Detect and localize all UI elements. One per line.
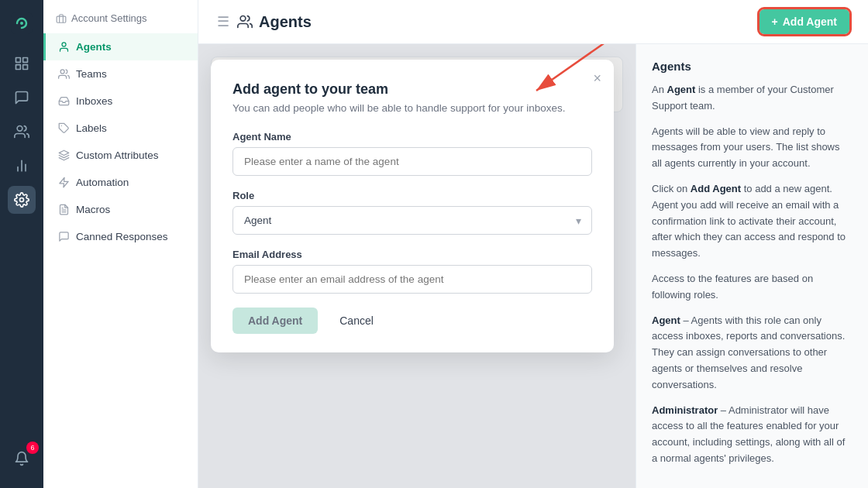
role-label: Role [232,190,592,201]
reports-nav-icon[interactable] [8,152,36,180]
svg-rect-2 [16,58,21,63]
sidebar-item-canned-responses[interactable]: Canned Responses [43,223,198,250]
sidebar-item-label: Macros [76,204,110,215]
agents-page-icon [237,14,253,29]
notification-badge: 6 [26,442,39,454]
role-select[interactable]: Agent Administrator [232,206,592,235]
role-field-group: Role Agent Administrator ▾ [232,190,592,235]
sidebar-header-label: Account Settings [71,12,147,24]
svg-point-1 [20,22,23,25]
sidebar-item-label: Labels [76,122,107,134]
app-logo[interactable] [8,9,36,37]
modal-overlay: × Add agent to your team You can add peo… [198,44,636,488]
sidebar-item-label: Agents [76,41,112,53]
info-para-6: Administrator – Administrator will have … [652,403,852,467]
main-content: ☰ Agents + Add Agent GV Gayathri V gayat… [198,0,868,488]
sidebar-item-labels[interactable]: Labels [43,115,198,142]
svg-rect-3 [23,58,28,63]
add-agent-modal: × Add agent to your team You can add peo… [211,60,614,352]
sidebar-item-label: Automation [76,177,129,188]
modal-cancel-button[interactable]: Cancel [327,308,386,334]
sidebar-item-label: Inboxes [76,95,112,107]
sidebar-header: Account Settings [43,9,198,33]
svg-rect-11 [57,16,66,22]
icon-nav: 6 [0,0,43,488]
svg-point-19 [240,16,246,22]
sidebar-item-macros[interactable]: Macros [43,196,198,223]
info-para-1: An Agent is a member of your Customer Su… [652,82,852,115]
add-agent-button[interactable]: + Add Agent [760,9,849,34]
add-icon: + [772,15,778,28]
agent-list-panel: GV Gayathri V gayathri@shop-jets.com Adm… [198,44,636,488]
info-para-4: Access to the features are based on foll… [652,271,852,304]
sidebar-item-automation[interactable]: Automation [43,169,198,196]
agent-name-field-group: Agent Name [232,131,592,176]
sidebar-item-inboxes[interactable]: Inboxes [43,88,198,115]
email-input[interactable] [232,265,592,294]
modal-add-agent-button[interactable]: Add Agent [232,308,318,334]
svg-point-10 [20,198,24,202]
settings-nav-icon[interactable] [8,186,36,214]
modal-title: Add agent to your team [232,81,592,98]
svg-rect-4 [16,65,21,70]
contacts-nav-icon[interactable] [8,118,36,146]
email-label: Email Address [232,249,592,260]
svg-marker-15 [59,150,69,155]
svg-point-13 [60,70,64,74]
sidebar-item-custom-attributes[interactable]: Custom Attributes [43,142,198,169]
info-panel-title: Agents [652,60,852,73]
hamburger-icon[interactable]: ☰ [217,13,229,30]
sidebar-item-teams[interactable]: Teams [43,60,198,88]
sidebar-item-agents[interactable]: Agents [43,33,198,60]
header-left: ☰ Agents [217,13,312,31]
notifications-wrap: 6 [8,445,36,473]
sidebar-item-label: Custom Attributes [76,149,159,161]
info-panel: Agents An Agent is a member of your Cust… [636,44,868,488]
page-title: Agents [237,13,312,31]
sidebar: Account Settings Agents Teams Inboxes La… [43,0,198,488]
sidebar-item-label: Canned Responses [76,231,168,242]
modal-subtitle: You can add people who will be able to h… [232,102,592,114]
agent-name-input[interactable] [232,147,592,176]
svg-rect-5 [23,65,28,70]
svg-point-12 [62,43,66,46]
modal-close-button[interactable]: × [593,70,601,87]
content-area: GV Gayathri V gayathri@shop-jets.com Adm… [198,44,868,488]
info-para-3: Click on Add Agent to add a new agent. A… [652,181,852,262]
agent-name-label: Agent Name [232,131,592,143]
info-para-2: Agents will be able to view and reply to… [652,124,852,172]
sidebar-item-label: Teams [76,68,107,80]
top-header: ☰ Agents + Add Agent [198,0,868,44]
info-para-5: Agent – Agents with this role can only a… [652,313,852,393]
home-nav-icon[interactable] [8,50,36,77]
svg-marker-16 [60,177,68,187]
modal-actions: Add Agent Cancel [232,308,592,334]
chat-nav-icon[interactable] [8,84,36,112]
role-select-wrap: Agent Administrator ▾ [232,206,592,235]
svg-point-6 [17,126,22,132]
email-field-group: Email Address [232,249,592,294]
